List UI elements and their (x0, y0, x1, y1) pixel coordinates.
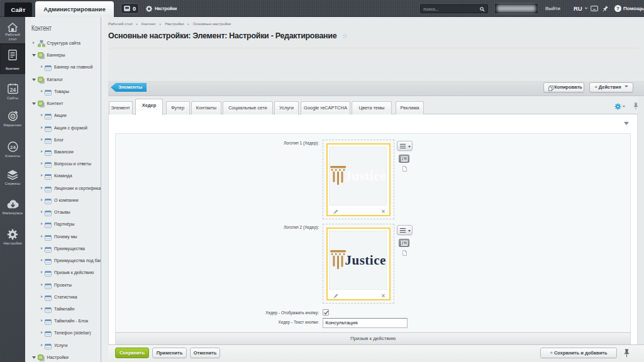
svg-text:24: 24 (10, 145, 16, 150)
svg-text:24: 24 (10, 87, 16, 93)
